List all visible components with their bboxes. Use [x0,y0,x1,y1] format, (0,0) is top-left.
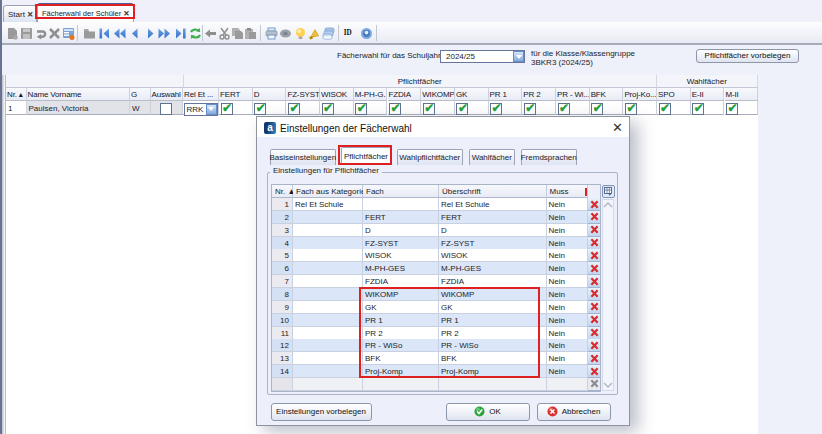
svg-text:ID: ID [344,29,352,37]
